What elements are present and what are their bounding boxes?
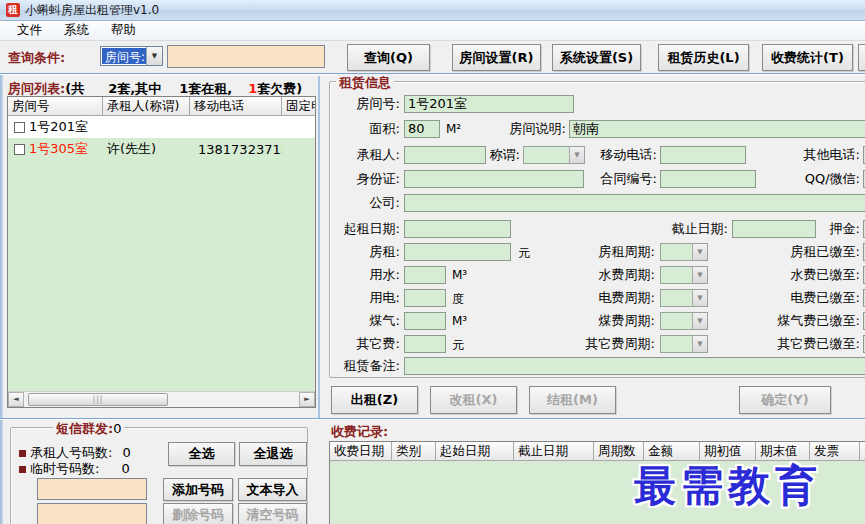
chevron-down-icon[interactable]: ▼	[692, 290, 707, 306]
query-input[interactable]	[167, 45, 325, 68]
table-row[interactable]: 1号201室	[8, 116, 315, 138]
room-number: 1号201室	[29, 118, 88, 136]
salutation-combobox[interactable]: ▼	[523, 146, 585, 164]
select-all-button[interactable]: 全选	[168, 442, 235, 466]
query-field-combobox[interactable]: 房间号: ▼	[100, 46, 163, 66]
room-list-empty-area	[8, 160, 315, 391]
water-cycle-label: 水费周期:	[568, 266, 655, 284]
summary-suffix: 套欠费)	[257, 81, 302, 96]
fee-col-start[interactable]: 起始日期	[436, 442, 514, 460]
rent-out-button[interactable]: 出租(Z)	[331, 386, 418, 414]
company-field[interactable]	[404, 194, 865, 212]
other-fee-cycle-label: 其它费周期:	[563, 335, 655, 353]
row-checkbox[interactable]	[14, 144, 25, 155]
fee-col-date[interactable]: 收费日期	[330, 442, 392, 460]
sms-count: 0	[113, 421, 121, 436]
rent-field[interactable]	[404, 243, 511, 261]
summary-overdue-count: 1	[248, 81, 257, 96]
modify-rent-button[interactable]: 改租(X)	[430, 386, 517, 414]
scrollbar-thumb[interactable]: |||	[28, 393, 168, 406]
deselect-all-button[interactable]: 全退选	[239, 442, 307, 466]
menu-help[interactable]: 帮助	[100, 20, 147, 41]
system-setup-button[interactable]: 系统设置(S)	[552, 44, 641, 71]
chevron-down-icon[interactable]: ▼	[692, 336, 707, 352]
chevron-down-icon[interactable]: ▼	[146, 47, 162, 65]
col-mobile[interactable]: 移动电话	[190, 97, 282, 115]
title-bar[interactable]: 租 小蝌蚪房屋出租管理v1.0	[0, 0, 865, 21]
electricity-label: 用电:	[338, 289, 400, 307]
fee-records-title: 收费记录:	[331, 423, 388, 441]
gas-cycle-combobox[interactable]: ▼	[660, 312, 708, 330]
other-fee-label: 其它费:	[338, 335, 400, 353]
water-cycle-combobox[interactable]: ▼	[660, 266, 708, 284]
fee-statistics-button[interactable]: 收费统计(T)	[762, 44, 853, 71]
summary-rented-count: 1	[179, 81, 188, 96]
summary-total-count: 2	[108, 81, 117, 96]
start-date-label: 起租日期:	[338, 220, 400, 238]
rental-info-title: 租赁信息	[336, 74, 394, 92]
deposit-label: 押金:	[766, 220, 860, 238]
gas-field[interactable]	[404, 312, 446, 330]
add-number-button[interactable]: 添加号码	[163, 478, 233, 501]
chevron-down-icon[interactable]: ▼	[692, 267, 707, 283]
chevron-down-icon[interactable]: ▼	[692, 244, 707, 260]
import-text-button[interactable]: 文本导入	[238, 478, 307, 501]
fee-col-end[interactable]: 截止日期	[514, 442, 594, 460]
menu-file[interactable]: 文件	[6, 20, 53, 41]
panel-splitter[interactable]	[318, 76, 320, 418]
room-table-header: 房间号 承租人(称谓) 移动电话 固定电话	[8, 97, 315, 116]
rent-cycle-combobox[interactable]: ▼	[660, 243, 708, 261]
end-rent-button[interactable]: 结租(M)	[529, 386, 616, 414]
toolbar-separator-light	[0, 74, 865, 75]
summary-mid2: 套在租,	[188, 81, 232, 96]
room-setup-button[interactable]: 房间设置(R)	[452, 44, 541, 71]
phone-number-input[interactable]	[37, 478, 147, 500]
room-no-field[interactable]: 1号201室	[404, 95, 574, 113]
summary-prefix: (共	[65, 81, 84, 96]
phone-number-input-2[interactable]	[37, 503, 147, 524]
contract-no-field[interactable]	[660, 170, 756, 188]
room-desc-field[interactable]: 朝南	[569, 120, 865, 138]
water-paid-until-label: 水费已缴至:	[756, 266, 860, 284]
col-tenant[interactable]: 承租人(称谓)	[103, 97, 190, 115]
area-label: 面积:	[338, 120, 400, 138]
start-date-field[interactable]	[404, 220, 511, 238]
col-fixed-phone[interactable]: 固定电话	[282, 97, 315, 115]
scroll-left-icon[interactable]: ◄	[8, 392, 24, 407]
mobile-number: 13817323715	[190, 142, 282, 157]
end-date-label: 截止日期:	[650, 220, 728, 238]
area-field[interactable]: 80	[404, 120, 440, 138]
confirm-button[interactable]: 确定(Y)	[739, 386, 831, 414]
room-desc-label: 房间说明:	[480, 120, 566, 138]
horizontal-scrollbar[interactable]: ◄ ||| ►	[8, 391, 315, 407]
table-row[interactable]: 1号305室 许(先生) 13817323715	[8, 138, 315, 160]
rent-paid-until-label: 房租已缴至:	[756, 243, 860, 261]
col-room[interactable]: 房间号	[8, 97, 103, 115]
id-card-field[interactable]	[404, 170, 584, 188]
scroll-right-icon[interactable]: ►	[299, 392, 315, 407]
rental-note-field[interactable]	[404, 357, 865, 375]
row-checkbox[interactable]	[14, 122, 25, 133]
fee-col-type[interactable]: 类别	[392, 442, 436, 460]
tenant-label: 承租人:	[338, 146, 400, 164]
other-fee-cycle-combobox[interactable]: ▼	[660, 335, 708, 353]
partial-toolbar-button[interactable]	[858, 44, 865, 71]
electricity-cycle-combobox[interactable]: ▼	[660, 289, 708, 307]
other-fee-paid-until-label: 其它费已缴至:	[756, 335, 860, 353]
mobile-field[interactable]	[660, 146, 746, 164]
electricity-paid-until-label: 电费已缴至:	[756, 289, 860, 307]
rental-history-button[interactable]: 租赁历史(L)	[658, 44, 749, 71]
water-field[interactable]	[404, 266, 446, 284]
contract-no-label: 合同编号:	[578, 170, 657, 188]
app-window: 租 小蝌蚪房屋出租管理v1.0 文件 系统 帮助 查询条件: 房间号: ▼ 查询…	[0, 0, 865, 524]
other-fee-field[interactable]	[404, 335, 446, 353]
clear-number-button[interactable]: 清空号码	[238, 503, 307, 524]
chevron-down-icon[interactable]: ▼	[692, 313, 707, 329]
qq-wechat-label: QQ/微信:	[766, 170, 860, 188]
tenant-field[interactable]	[404, 146, 486, 164]
sms-group-title: 短信群发:0	[53, 420, 124, 438]
delete-number-button[interactable]: 删除号码	[163, 503, 233, 524]
menu-system[interactable]: 系统	[53, 20, 100, 41]
electricity-field[interactable]	[404, 289, 446, 307]
query-button[interactable]: 查询(Q)	[347, 44, 430, 71]
